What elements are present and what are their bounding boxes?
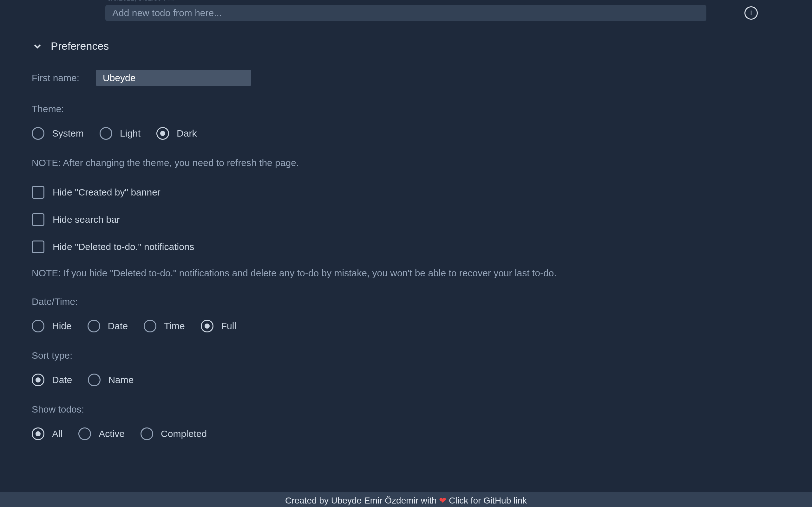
radio-icon: [88, 374, 101, 386]
radio-icon: [156, 127, 169, 140]
show-label: Show todos:: [32, 404, 780, 415]
add-todo-input[interactable]: [105, 5, 706, 21]
hide-deleted-note: NOTE: If you hide "Deleted to-do." notif…: [32, 268, 780, 279]
radio-icon: [32, 320, 44, 332]
show-radio-group: AllActiveCompleted: [32, 428, 780, 440]
add-todo-button[interactable]: +: [745, 6, 758, 20]
radio-icon: [32, 127, 44, 140]
sort-radio-group: DateName: [32, 374, 780, 386]
radio-option-system[interactable]: System: [32, 127, 84, 140]
radio-label: Hide: [52, 321, 72, 331]
checkbox-icon: [32, 213, 44, 226]
radio-option-all[interactable]: All: [32, 428, 62, 440]
hide-search-checkbox[interactable]: Hide search bar: [32, 213, 780, 226]
radio-icon: [32, 374, 44, 386]
radio-icon: [201, 320, 213, 332]
radio-label: Date: [52, 375, 72, 385]
radio-option-hide[interactable]: Hide: [32, 320, 72, 332]
preferences-toggle[interactable]: Preferences: [32, 40, 780, 52]
radio-label: All: [52, 429, 62, 439]
radio-label: Name: [108, 375, 134, 385]
radio-label: System: [52, 128, 84, 139]
radio-label: Active: [99, 429, 125, 439]
checkbox-label: Hide search bar: [53, 214, 120, 225]
footer-text-before: Created by Ubeyde Emir Özdemir with: [285, 496, 437, 505]
checkbox-icon: [32, 240, 44, 253]
hide-deleted-checkbox[interactable]: Hide "Deleted to-do." notifications: [32, 240, 780, 253]
checkbox-icon: [32, 186, 44, 199]
hide-created-by-checkbox[interactable]: Hide "Created by" banner: [32, 186, 780, 199]
radio-option-dark[interactable]: Dark: [156, 127, 197, 140]
preferences-title: Preferences: [51, 40, 109, 52]
radio-option-full[interactable]: Full: [201, 320, 236, 332]
radio-icon: [100, 127, 112, 140]
radio-label: Dark: [177, 128, 197, 139]
radio-label: Date: [108, 321, 128, 331]
theme-radio-group: SystemLightDark: [32, 127, 780, 140]
radio-option-active[interactable]: Active: [78, 428, 125, 440]
last-todo-timestamp: 6/6/2022, 8:52:59 PM: [107, 0, 780, 3]
sort-label: Sort type:: [32, 350, 780, 361]
radio-icon: [78, 428, 91, 440]
first-name-input[interactable]: [96, 70, 251, 86]
chevron-down-icon: [32, 41, 43, 52]
radio-option-date[interactable]: Date: [88, 320, 128, 332]
radio-option-name[interactable]: Name: [88, 374, 134, 386]
heart-icon: ❤: [439, 496, 446, 505]
radio-icon: [144, 320, 156, 332]
radio-label: Full: [221, 321, 236, 331]
radio-label: Time: [164, 321, 185, 331]
radio-option-light[interactable]: Light: [100, 127, 141, 140]
radio-option-completed[interactable]: Completed: [141, 428, 207, 440]
plus-icon: +: [748, 8, 754, 18]
checkbox-label: Hide "Deleted to-do." notifications: [53, 241, 194, 252]
created-by-banner[interactable]: Created by Ubeyde Emir Özdemir with ❤ Cl…: [0, 492, 812, 507]
first-name-label: First name:: [32, 72, 79, 83]
radio-label: Completed: [161, 429, 207, 439]
radio-icon: [32, 428, 44, 440]
checkbox-label: Hide "Created by" banner: [53, 187, 160, 198]
radio-icon: [141, 428, 153, 440]
datetime-radio-group: HideDateTimeFull: [32, 320, 780, 332]
radio-icon: [88, 320, 100, 332]
datetime-label: Date/Time:: [32, 296, 780, 307]
radio-option-date[interactable]: Date: [32, 374, 72, 386]
radio-label: Light: [120, 128, 141, 139]
footer-github-link[interactable]: Click for GitHub link: [449, 496, 527, 505]
theme-label: Theme:: [32, 104, 780, 114]
radio-option-time[interactable]: Time: [144, 320, 185, 332]
theme-note: NOTE: After changing the theme, you need…: [32, 158, 780, 168]
